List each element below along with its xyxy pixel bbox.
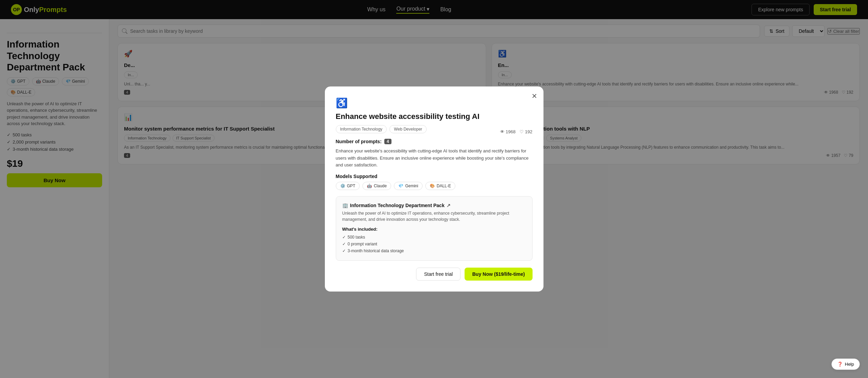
pack-box-desc: Unleash the power of AI to optimize IT o… bbox=[342, 210, 526, 222]
modal-close-button[interactable]: ✕ bbox=[532, 93, 537, 99]
modal-prompts-badge: 4 bbox=[384, 139, 391, 144]
modal-buynow-button[interactable]: Buy Now ($19/life-time) bbox=[465, 268, 532, 281]
modal-stats: 👁 1968 ♡ 192 bbox=[500, 129, 533, 134]
model-chip-dalle: 🎨DALL-E bbox=[425, 182, 455, 190]
modal-tags: Information Technology Web Developer bbox=[336, 125, 427, 133]
pack-included-label: What's included: bbox=[342, 227, 526, 232]
modal-prompts-row: Number of prompts: 4 bbox=[336, 139, 533, 144]
pack-feature-item: ✓3-month historical data storage bbox=[342, 247, 526, 254]
pack-feature-item: ✓500 tasks bbox=[342, 234, 526, 241]
external-link-icon[interactable]: ↗ bbox=[446, 203, 451, 208]
help-button[interactable]: ❓ Help bbox=[831, 359, 860, 370]
modal-prompts-label: Number of prompts: bbox=[336, 139, 382, 144]
modal-actions: Start free trial Buy Now ($19/life-time) bbox=[336, 268, 533, 281]
modal-icon: ♿ bbox=[336, 97, 533, 109]
modal-trial-button[interactable]: Start free trial bbox=[416, 268, 460, 281]
model-chip-claude: 🤖Claude bbox=[362, 182, 391, 190]
pack-feature-item: ✓0 prompt variant bbox=[342, 241, 526, 247]
model-chip-gemini: 💎Gemini bbox=[394, 182, 423, 190]
modal: ✕ ♿ Enhance website accessibility testin… bbox=[325, 86, 543, 292]
modal-description: Enhance your website's accessibility wit… bbox=[336, 148, 533, 169]
pack-box: 🏢 Information Technology Department Pack… bbox=[336, 196, 533, 261]
modal-title: Enhance website accessibility testing AI bbox=[336, 112, 533, 121]
help-icon: ❓ bbox=[837, 362, 843, 367]
modal-tag-it: Information Technology bbox=[336, 125, 387, 133]
modal-models-label: Models Supported bbox=[336, 174, 533, 179]
modal-tag-webdev: Web Developer bbox=[389, 125, 427, 133]
modal-overlay[interactable]: ✕ ♿ Enhance website accessibility testin… bbox=[0, 0, 868, 378]
modal-models: ⚙️GPT 🤖Claude 💎Gemini 🎨DALL-E bbox=[336, 182, 533, 190]
modal-tags-row: Information Technology Web Developer 👁 1… bbox=[336, 125, 533, 139]
pack-box-title: 🏢 Information Technology Department Pack… bbox=[342, 203, 526, 208]
model-chip-gpt: ⚙️GPT bbox=[336, 182, 360, 190]
pack-features: ✓500 tasks ✓0 prompt variant ✓3-month hi… bbox=[342, 234, 526, 254]
